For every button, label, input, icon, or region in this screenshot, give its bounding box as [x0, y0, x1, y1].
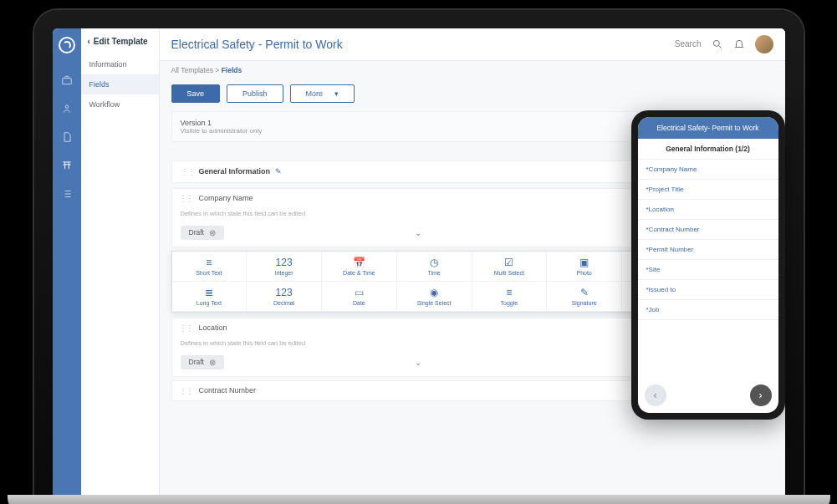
phone-title: Electrical Safety- Permit to Work [638, 117, 778, 139]
palette-short-text[interactable]: ≡Short Text [172, 252, 248, 282]
palette-photo[interactable]: ▣Photo [547, 252, 622, 282]
phone-prev-button[interactable]: ‹ [645, 384, 666, 406]
field-name[interactable]: Company Name [199, 194, 667, 202]
palette-singleselect[interactable]: ◉Single Select [397, 282, 472, 312]
more-button[interactable]: More▾ [290, 84, 355, 103]
multiselect-icon: ☑ [474, 257, 545, 268]
photo-icon: ▣ [549, 257, 620, 268]
palette-signature[interactable]: ✎Signature [547, 282, 622, 312]
datetime-icon: 📅 [324, 257, 395, 268]
phone-field[interactable]: *Job [638, 300, 778, 320]
version-sub: Visible to administrator only [181, 127, 263, 135]
signature-icon: ✎ [549, 287, 620, 298]
toolbar: Save Publish More▾ [160, 79, 785, 111]
drag-icon[interactable]: ⋮⋮ [179, 323, 192, 333]
crumb-current: Fields [222, 66, 242, 74]
sidebar-header[interactable]: ‹ Edit Template [81, 28, 159, 54]
decimal-icon: 123 [248, 287, 319, 298]
palette-long-text[interactable]: ≣Long Text [172, 282, 248, 312]
publish-button[interactable]: Publish [227, 84, 283, 103]
app-screen: ‹ Edit Template Information Fields Workf… [53, 28, 785, 495]
sidebar-item-information[interactable]: Information [81, 54, 159, 74]
save-button[interactable]: Save [171, 84, 221, 103]
integer-icon: 123 [248, 257, 319, 268]
drag-icon[interactable]: ⋮⋮ [181, 167, 194, 176]
phone-field[interactable]: *Contract Number [638, 220, 778, 240]
singleselect-icon: ◉ [399, 287, 470, 298]
chevron-down-icon[interactable]: ⌄ [415, 358, 421, 367]
palette-multiselect[interactable]: ☑Multi Select [472, 252, 548, 282]
state-chip[interactable]: Draft⊗ [181, 355, 224, 369]
long-text-icon: ≣ [174, 287, 245, 298]
edit-icon[interactable]: ✎ [275, 167, 282, 176]
bell-icon[interactable] [733, 38, 745, 50]
palette-datetime[interactable]: 📅Date & Time [322, 252, 397, 282]
phone-section: General Information (1/2) [638, 139, 778, 160]
palette-time[interactable]: ◷Time [397, 252, 472, 282]
search-icon[interactable] [712, 38, 723, 50]
sidebar: ‹ Edit Template Information Fields Workf… [81, 28, 160, 495]
close-icon: ⊗ [209, 228, 216, 237]
document-icon[interactable] [60, 130, 74, 144]
state-chip[interactable]: Draft⊗ [181, 226, 224, 240]
phone-field[interactable]: *Location [638, 200, 778, 220]
chevron-left-icon: ‹ [88, 37, 90, 46]
version-label: Version 1 [181, 119, 263, 127]
people-icon[interactable] [60, 102, 74, 115]
drag-icon[interactable]: ⋮⋮ [179, 386, 192, 395]
page-title: Electrical Safety - Permit to Work [171, 38, 665, 51]
topbar: Electrical Safety - Permit to Work Searc… [160, 28, 785, 61]
palette-toggle[interactable]: ≡Toggle [472, 282, 548, 312]
palette-date[interactable]: ▭Date [322, 282, 397, 312]
phone-field[interactable]: *Project Title [638, 180, 778, 200]
svg-rect-0 [62, 78, 71, 84]
breadcrumb: All Templates > Fields [160, 61, 785, 79]
sidebar-item-fields[interactable]: Fields [81, 74, 159, 94]
caret-down-icon: ▾ [334, 89, 339, 98]
phone-field[interactable]: *Issued to [638, 280, 778, 300]
grid-icon[interactable] [60, 159, 74, 172]
svg-point-1 [65, 104, 69, 108]
phone-field[interactable]: *Company Name [638, 160, 778, 180]
briefcase-icon[interactable] [60, 74, 74, 87]
chevron-down-icon[interactable]: ⌄ [415, 228, 421, 237]
crumb-root[interactable]: All Templates [171, 66, 213, 74]
nav-rail [53, 28, 81, 495]
field-name[interactable]: Location [199, 323, 667, 332]
short-text-icon: ≡ [174, 257, 245, 268]
section-title: General Information [199, 167, 271, 176]
phone-preview: Electrical Safety- Permit to Work Genera… [631, 110, 785, 420]
laptop-frame: ‹ Edit Template Information Fields Workf… [34, 10, 804, 495]
time-icon: ◷ [399, 257, 470, 268]
sidebar-title: Edit Template [94, 37, 148, 46]
date-icon: ▭ [324, 287, 395, 298]
palette-decimal[interactable]: 123Decimal [247, 282, 322, 312]
phone-field[interactable]: *Permit Number [638, 240, 778, 260]
phone-screen: Electrical Safety- Permit to Work Genera… [638, 117, 778, 413]
list-icon[interactable] [60, 187, 74, 201]
search-input[interactable]: Search [675, 36, 702, 52]
close-icon: ⊗ [209, 358, 216, 367]
sidebar-item-workflow[interactable]: Workflow [81, 94, 159, 115]
svg-point-2 [713, 40, 719, 46]
phone-next-button[interactable]: › [750, 384, 772, 406]
drag-icon[interactable]: ⋮⋮ [179, 194, 192, 203]
app-logo-icon[interactable] [59, 37, 75, 53]
avatar[interactable] [755, 35, 773, 53]
phone-field[interactable]: *Site [638, 260, 778, 280]
palette-integer[interactable]: 123Integer [247, 252, 322, 282]
toggle-icon: ≡ [474, 287, 545, 298]
phone-nav: ‹ › [638, 378, 778, 413]
field-name[interactable]: Contract Number [199, 386, 667, 395]
